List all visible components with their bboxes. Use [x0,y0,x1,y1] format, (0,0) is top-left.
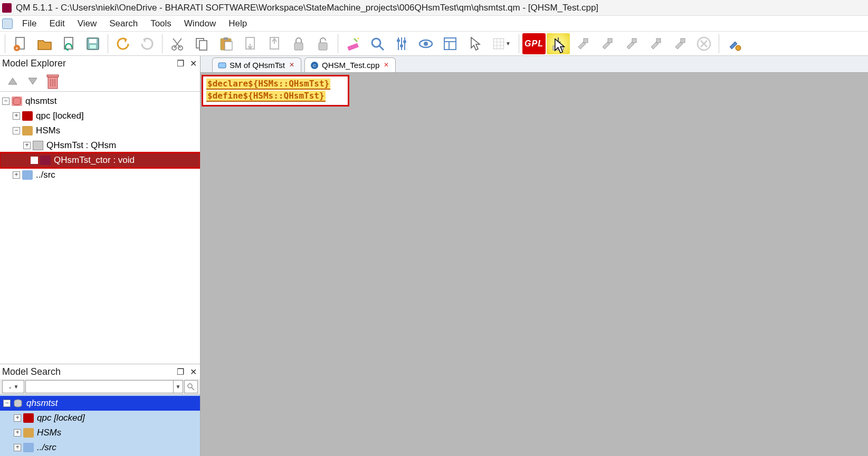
build-button-1[interactable] [571,33,594,54]
menu-view[interactable]: View [71,17,103,30]
tab-sm-of-qhsmtst[interactable]: SM of QHsmTst ✕ [212,57,301,72]
svg-rect-5 [89,39,97,43]
model-explorer-tree[interactable]: − qhsmtst + qpc [locked] − HSMs + QHsmTs… [0,92,200,364]
svg-rect-32 [681,38,685,43]
build-button-2[interactable] [595,33,618,54]
menu-bar: File Edit View Search Tools Window Help [0,16,868,32]
save-button[interactable] [81,33,104,54]
move-up-button[interactable] [5,74,20,89]
search-scope-dropdown[interactable]: ⌄ ▼ [2,380,24,393]
menu-tools[interactable]: Tools [144,17,178,30]
folder-icon [22,170,33,180]
cut-button[interactable] [166,33,189,54]
reload-button[interactable] [57,33,80,54]
delete-button[interactable] [45,72,60,91]
restore-icon[interactable]: ❐ [176,59,185,68]
folder-icon [22,126,33,135]
move-down-button[interactable] [25,74,40,89]
svg-rect-17 [319,43,327,50]
search-node-hsms[interactable]: + HSMs [0,425,200,440]
editor-area[interactable]: $declare${HSMs::QHsmTst} $define${HSMs::… [201,73,868,456]
tree-node-qhsmtst-class[interactable]: + QHsmTst : QHsm [0,138,200,153]
new-button[interactable]: + [8,33,32,54]
menu-search[interactable]: Search [103,17,144,30]
svg-rect-10 [199,41,207,50]
find-button[interactable] [366,33,389,54]
tab-label: SM of QHsmTst [230,61,285,70]
search-input[interactable] [26,381,173,393]
cancel-build-button[interactable] [692,33,716,54]
svg-point-24 [424,42,428,46]
redo-button[interactable] [136,33,159,54]
svg-rect-13 [225,42,232,50]
pointer-button[interactable] [463,33,486,54]
export-button[interactable] [263,33,286,54]
import-button[interactable] [239,33,262,54]
search-node-src[interactable]: + ../src [0,440,200,455]
search-go-button[interactable] [184,380,198,393]
menu-window[interactable]: Window [178,17,222,30]
svg-rect-40 [218,63,226,68]
search-node-qpc[interactable]: + qpc [locked] [0,411,200,425]
menu-edit[interactable]: Edit [43,17,71,30]
tree-node-root[interactable]: − qhsmtst [0,94,200,109]
search-results-tree[interactable]: − qhsmtst + qpc [locked] + HSMs + [0,395,200,456]
svg-text:C: C [313,63,316,68]
menu-file[interactable]: File [16,17,43,30]
svg-rect-12 [224,37,228,40]
close-icon[interactable]: ✕ [188,367,198,376]
build-button-5[interactable] [668,33,691,54]
generate-code-button[interactable] [547,33,570,54]
svg-rect-6 [90,45,96,48]
svg-point-34 [736,45,741,51]
copy-button[interactable] [190,33,213,54]
svg-rect-18 [347,43,359,50]
svg-rect-36 [47,75,59,77]
restore-icon[interactable]: ❐ [176,367,185,376]
paste-button[interactable] [214,33,237,54]
tree-node-hsms[interactable]: − HSMs [0,123,200,138]
undo-button[interactable] [111,33,135,54]
grid-dropdown[interactable]: ▼ [487,33,516,54]
tools-config-button[interactable] [722,33,746,54]
menu-help[interactable]: Help [222,17,253,30]
code-line[interactable]: $declare${HSMs::QHsmTst} [206,79,330,90]
cleanup-button[interactable] [341,33,365,54]
tab-label: QHSM_Test.cpp [322,61,379,70]
search-history-dropdown[interactable]: ▼ [173,381,183,393]
svg-point-22 [403,40,406,43]
tree-node-src[interactable]: + ../src [0,168,200,182]
close-icon[interactable]: ✕ [288,62,295,69]
svg-point-19 [372,38,380,47]
gpl-license-button[interactable]: GPL [522,33,546,54]
unlock-button[interactable] [311,33,335,54]
chevron-down-icon: ▼ [176,384,181,390]
tree-node-qhsmtst-ctor[interactable]: QHsmTst_ctor : void [0,153,200,168]
preview-button[interactable] [414,33,437,54]
open-button[interactable] [33,33,56,54]
editor-tabs: SM of QHsmTst ✕ C QHSM_Test.cpp ✕ [201,56,868,73]
code-highlight-box: $declare${HSMs::QHsmTst} $define${HSMs::… [202,75,349,106]
settings-button[interactable] [390,33,413,54]
folder-icon [23,443,34,452]
lock-button[interactable] [287,33,310,54]
close-icon[interactable]: ✕ [383,62,390,69]
model-search-title: Model Search [2,366,61,377]
tab-qhsm-test-cpp[interactable]: C QHSM_Test.cpp ✕ [304,57,396,72]
svg-text:+: + [15,45,18,51]
svg-rect-29 [608,38,612,43]
search-node-root[interactable]: − qhsmtst [0,396,200,411]
build-button-3[interactable] [619,33,643,54]
package-icon [22,111,33,121]
svg-rect-30 [632,38,636,43]
toolbar: + [0,32,868,56]
search-input-wrapper: ▼ [25,380,183,393]
close-icon[interactable]: ✕ [188,59,198,68]
build-button-4[interactable] [644,33,667,54]
model-explorer-header: Model Explorer ❐ ✕ [0,56,200,71]
code-line[interactable]: $define${HSMs::QHsmTst} [206,91,326,102]
tree-node-qpc[interactable]: + qpc [locked] [0,109,200,123]
layout-button[interactable] [438,33,462,54]
explorer-toolbar [0,71,200,92]
chevron-down-icon: ▼ [505,41,511,46]
